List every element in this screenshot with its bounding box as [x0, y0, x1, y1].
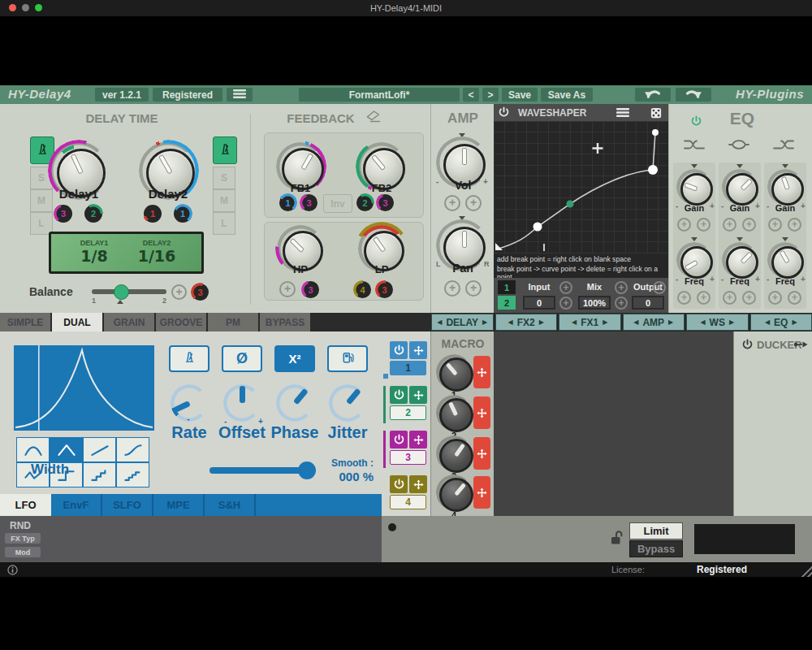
macro4-knob[interactable] [439, 478, 473, 512]
slot4-move-button[interactable] [409, 475, 427, 493]
next-preset-button[interactable]: > [482, 88, 499, 102]
info-icon[interactable] [7, 565, 18, 575]
balance-mod-badge[interactable]: 3 [192, 284, 209, 301]
fb-invert-button[interactable]: Inv [323, 194, 352, 213]
waveshaper-menu-icon[interactable] [615, 106, 631, 119]
slot2-number[interactable]: 2 [390, 405, 426, 420]
routing-slot-ws[interactable]: ◀WS▶ [686, 314, 749, 331]
eq3-gain-mod-add-button[interactable] [788, 218, 801, 232]
delay1-mod-badge[interactable]: 2 [84, 205, 102, 223]
prev-preset-button[interactable]: < [463, 88, 479, 102]
ws-input-mod-add-button[interactable] [559, 281, 572, 294]
ws-mix-mod-add-button[interactable] [615, 297, 628, 310]
balance-slider-thumb[interactable] [114, 284, 129, 300]
tab-bypass[interactable]: BYPASS [260, 313, 310, 332]
resize-grip[interactable] [799, 564, 812, 577]
ws-output-mod-add-button[interactable] [653, 281, 666, 294]
slot1-move-button[interactable] [409, 341, 427, 359]
macro4-assign-button[interactable] [473, 476, 490, 509]
lfo-jitter-knob[interactable] [329, 384, 366, 422]
macro2-assign-button[interactable] [473, 396, 490, 429]
registered-button[interactable]: Registered [153, 88, 222, 102]
macro1-assign-button[interactable] [473, 356, 490, 388]
delay2-mod-badge[interactable]: 1 [144, 205, 162, 223]
eq3-freq-knob[interactable] [771, 246, 804, 279]
fb1-mod-badge[interactable]: 1 [279, 194, 296, 211]
ws-input-mod-add-button[interactable] [559, 297, 572, 310]
tab-dual[interactable]: DUAL [52, 313, 102, 332]
redo-button[interactable] [676, 88, 711, 102]
slot1-number[interactable]: 1 [390, 361, 426, 375]
limit-button[interactable]: Limit [629, 522, 683, 540]
eq2-freq-mod-add-button[interactable] [742, 291, 756, 305]
routing-slot-fx1[interactable]: ◀FX1▶ [559, 314, 621, 331]
modulator-tab-mpe[interactable]: MPE [153, 494, 205, 516]
feedback-clear-button[interactable] [364, 110, 383, 126]
eq3-freq-mod-add-button[interactable] [788, 291, 801, 305]
eq1-freq-knob[interactable] [680, 246, 713, 279]
sml-button-s[interactable]: S [30, 167, 53, 189]
menu-button[interactable] [227, 88, 253, 102]
hp-mod-badge[interactable]: 3 [302, 281, 319, 298]
routing-slot-eq[interactable]: ◀EQ▶ [750, 314, 812, 331]
slot1-power-button[interactable] [390, 341, 408, 359]
lp-mod-badge[interactable]: 3 [376, 281, 393, 298]
route-right-arrow-icon[interactable]: ▶ [729, 318, 734, 326]
macro3-knob[interactable] [439, 439, 473, 473]
eq2-freq-knob[interactable] [726, 246, 758, 279]
sync-metronome-button-right[interactable] [213, 136, 237, 164]
lfo-shape-stairs[interactable] [83, 462, 116, 488]
route-right-arrow-icon[interactable]: ▶ [603, 318, 607, 326]
route-left-arrow-icon[interactable]: ◀ [633, 318, 638, 326]
eq3-gain-mod-add-button[interactable] [768, 218, 782, 232]
tab-groove[interactable]: GROOVE [156, 313, 206, 332]
routing-slot-fx2[interactable]: ◀FX2▶ [495, 314, 558, 331]
route-right-arrow-icon[interactable]: ▶ [792, 318, 797, 326]
sync-metronome-button-left[interactable] [30, 136, 54, 164]
eq3-freq-mod-add-button[interactable] [768, 291, 782, 305]
width-slider-thumb[interactable] [298, 462, 316, 479]
lfo-shape-triangle[interactable] [50, 437, 83, 462]
lfo-sync-button[interactable] [169, 345, 209, 372]
slot4-power-button[interactable] [390, 475, 408, 493]
ws-mix-value[interactable]: 100% [578, 296, 611, 310]
rnd-mod-toggle[interactable]: Mod [5, 547, 41, 557]
vol-mod-add-button[interactable] [465, 195, 482, 211]
pan-mod-add-button[interactable] [465, 280, 482, 297]
sml-button-s[interactable]: S [213, 167, 235, 189]
macro3-assign-button[interactable] [473, 437, 490, 470]
route-left-arrow-icon[interactable]: ◀ [572, 318, 577, 326]
eq1-gain-mod-add-button[interactable] [677, 218, 691, 232]
slot3-power-button[interactable] [390, 431, 408, 448]
ws-output-value[interactable]: 0 [632, 296, 664, 310]
eq2-gain-mod-add-button[interactable] [742, 218, 756, 232]
fb2-mod-badge[interactable]: 2 [356, 194, 374, 211]
tab-pm[interactable]: PM [208, 313, 258, 332]
hp-mod-add-button[interactable] [279, 281, 296, 297]
save-button[interactable]: Save [502, 88, 538, 102]
bypass-button[interactable]: Bypass [629, 540, 683, 557]
route-left-arrow-icon[interactable]: ◀ [508, 318, 513, 326]
route-right-arrow-icon[interactable]: ▶ [539, 318, 544, 326]
modulator-tab-slfo[interactable]: SLFO [102, 494, 153, 516]
save-as-button[interactable]: Save As [541, 88, 593, 102]
slot3-number[interactable]: 3 [390, 450, 426, 465]
eq1-freq-mod-add-button[interactable] [677, 291, 691, 305]
route-left-arrow-icon[interactable]: ◀ [700, 318, 705, 326]
eq2-freq-mod-add-button[interactable] [723, 291, 736, 305]
ws-input-value[interactable]: 0 [523, 296, 555, 310]
lfo-shape-ramp[interactable] [83, 437, 116, 462]
lfo-phase-invert-button[interactable]: Ø [222, 345, 262, 372]
macro2-knob[interactable] [439, 398, 473, 432]
waveshaper-page1-button[interactable]: 1 [498, 280, 516, 294]
slot3-move-button[interactable] [409, 431, 427, 448]
slot2-move-button[interactable] [409, 386, 427, 404]
rnd-fxtype-toggle[interactable]: FX Typ [5, 533, 41, 544]
waveshaper-power-icon[interactable] [497, 106, 511, 119]
eq2-gain-knob[interactable] [726, 173, 758, 206]
version-button[interactable]: ver 1.2.1 [95, 88, 149, 102]
modulator-tab-sh[interactable]: S&H [205, 494, 256, 516]
route-right-arrow-icon[interactable]: ▶ [668, 318, 673, 326]
sml-button-l[interactable]: L [213, 212, 235, 235]
delay1-mod-badge[interactable]: 3 [54, 205, 72, 223]
